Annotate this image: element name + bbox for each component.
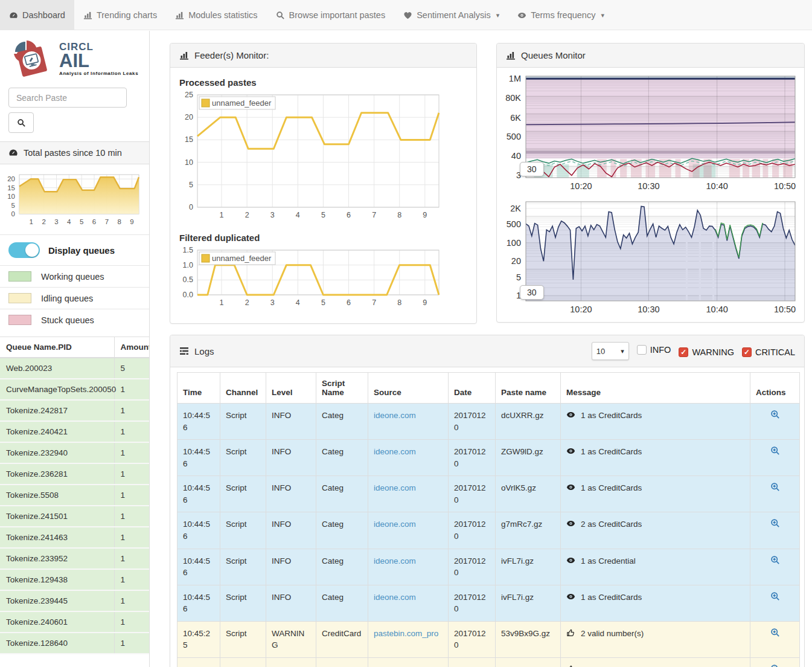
- log-date: 20170120: [449, 585, 496, 621]
- svg-text:10:30: 10:30: [638, 304, 659, 314]
- queue-name: Tokenize.241463: [0, 527, 114, 548]
- log-actions: [750, 657, 800, 667]
- bar-chart-icon: [175, 11, 184, 20]
- svg-text:15: 15: [185, 135, 193, 144]
- queues-chart-bottom: 2K500100205110:2010:3010:4010:50 30: [500, 197, 801, 320]
- info-checkbox[interactable]: [637, 345, 647, 355]
- critical-checkbox[interactable]: ✓: [742, 347, 752, 357]
- svg-text:2K: 2K: [510, 204, 521, 213]
- svg-text:10: 10: [7, 193, 15, 200]
- source-link[interactable]: ideone.com: [374, 593, 416, 602]
- svg-text:20: 20: [7, 175, 15, 182]
- warning-checkbox[interactable]: ✓: [679, 347, 688, 357]
- log-source: pastebin.com_pro: [368, 657, 449, 667]
- source-link[interactable]: ideone.com: [374, 447, 416, 456]
- display-queues-toggle[interactable]: [8, 242, 40, 258]
- bar-chart-icon: [179, 51, 189, 60]
- processed-pastes-title: Processed pastes: [179, 77, 467, 88]
- queue-amount: 1: [114, 527, 149, 548]
- legend-label: Working queues: [41, 272, 104, 282]
- svg-text:5: 5: [321, 298, 325, 307]
- queue-legend-working: Working queues: [0, 265, 149, 287]
- interval-input-bottom[interactable]: 30: [520, 285, 544, 300]
- logs-header-source: Source: [368, 373, 449, 404]
- queue-amount: 1: [114, 463, 149, 485]
- svg-text:7: 7: [372, 211, 376, 219]
- queue-name: Tokenize.233952: [0, 548, 114, 569]
- search-paste-input[interactable]: [8, 88, 127, 108]
- queue-amount: 1: [114, 442, 149, 463]
- svg-text:10:40: 10:40: [706, 304, 728, 314]
- log-message: 1 as CreditCards: [561, 440, 750, 476]
- log-level: INFO: [266, 549, 316, 585]
- queue-amount: 1: [114, 548, 149, 569]
- interval-input-top[interactable]: 30: [520, 162, 544, 176]
- nav-item-browse-important-pastes[interactable]: Browse important pastes: [267, 0, 395, 30]
- log-script-name: Categ: [316, 404, 368, 440]
- svg-text:3: 3: [270, 298, 275, 307]
- search-plus-icon[interactable]: [770, 591, 780, 601]
- feeder-monitor-panel: Feeder(s) Monitor: Processed pastes 0510…: [170, 43, 477, 324]
- bar-chart-icon: [83, 11, 92, 20]
- source-link[interactable]: ideone.com: [374, 556, 416, 566]
- eye-icon: [566, 556, 575, 565]
- logs-table: TimeChannelLevelScript NameSourceDatePas…: [177, 372, 800, 667]
- nav-item-trending-charts[interactable]: Trending charts: [74, 0, 166, 30]
- filter-critical[interactable]: ✓CRITICAL: [742, 347, 795, 357]
- svg-text:0.5: 0.5: [183, 276, 193, 284]
- display-queues-label: Display queues: [48, 245, 115, 256]
- display-queues-row: Display queues: [0, 235, 149, 265]
- source-link[interactable]: pastebin.com_pro: [374, 629, 438, 638]
- log-channel: Script: [220, 404, 266, 440]
- svg-text:5: 5: [80, 218, 83, 225]
- eye-icon: [517, 11, 526, 20]
- source-link[interactable]: ideone.com: [374, 411, 416, 420]
- svg-text:4: 4: [296, 211, 300, 219]
- filter-info[interactable]: INFO: [637, 345, 671, 355]
- log-paste-name: ivFL7i.gz: [496, 585, 561, 621]
- svg-text:3: 3: [270, 211, 275, 219]
- queue-name: Tokenize.242817: [0, 400, 114, 421]
- queue-amount: 1: [114, 421, 149, 442]
- top-navbar: DashboardTrending chartsModules statisti…: [0, 0, 812, 30]
- log-time: 10:44:56: [177, 440, 220, 476]
- eye-icon: [566, 483, 575, 492]
- nav-item-terms-frequency[interactable]: Terms frequency▾: [508, 0, 613, 30]
- search-plus-icon[interactable]: [770, 628, 780, 637]
- svg-text:1M: 1M: [509, 74, 521, 83]
- logs-page-size-select[interactable]: 10 ▾: [592, 342, 629, 360]
- log-actions: [750, 585, 800, 621]
- log-message: 2 as CreditCards: [561, 512, 750, 549]
- queue-legend-idling: Idling queues: [0, 287, 149, 309]
- processed-pastes-chart: 0510152025123456789unnamed_feeder: [179, 91, 467, 225]
- source-link[interactable]: ideone.com: [374, 520, 416, 529]
- svg-text:unnamed_feeder: unnamed_feeder: [212, 98, 272, 108]
- queue-row: Web.2000235: [0, 358, 149, 379]
- feeder-monitor-title: Feeder(s) Monitor:: [194, 50, 269, 60]
- nav-item-dashboard[interactable]: Dashboard: [0, 0, 74, 30]
- queue-row: Tokenize.2394451: [0, 590, 149, 611]
- log-script-name: Categ: [316, 440, 368, 476]
- total-pastes-title: Total pastes since 10 min: [24, 148, 122, 158]
- search-plus-icon[interactable]: [770, 518, 780, 528]
- search-plus-icon[interactable]: [770, 664, 780, 667]
- svg-text:6: 6: [347, 211, 351, 219]
- queues-monitor-panel: Queues Monitor 1M80K6K50040310:2010:3010…: [496, 43, 805, 323]
- nav-item-sentiment-analysis[interactable]: Sentiment Analysis▾: [394, 0, 508, 30]
- search-plus-icon[interactable]: [770, 410, 780, 419]
- search-plus-icon[interactable]: [770, 482, 780, 492]
- nav-item-modules-statistics[interactable]: Modules statistics: [166, 0, 266, 30]
- search-paste-button[interactable]: [8, 112, 34, 133]
- source-link[interactable]: ideone.com: [374, 483, 416, 492]
- svg-text:500: 500: [507, 132, 521, 141]
- queues-monitor-title: Queues Monitor: [521, 50, 586, 60]
- search-plus-icon[interactable]: [770, 555, 780, 565]
- svg-text:2: 2: [245, 211, 249, 219]
- svg-text:9: 9: [423, 211, 427, 219]
- log-date: 20170120: [449, 657, 496, 667]
- queue-amount: 5: [114, 358, 149, 379]
- filter-warning[interactable]: ✓WARNING: [679, 347, 734, 357]
- queue-name: Tokenize.128640: [0, 633, 114, 654]
- search-plus-icon[interactable]: [770, 446, 780, 456]
- svg-text:15: 15: [7, 184, 15, 192]
